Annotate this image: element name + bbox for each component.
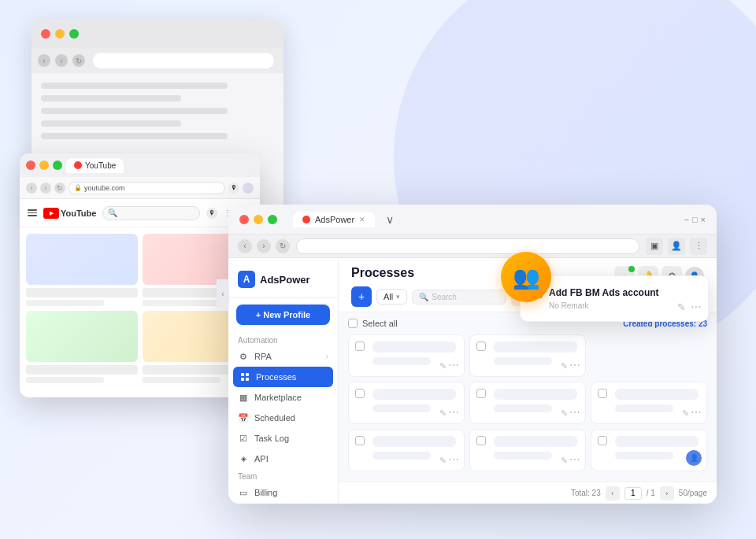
card-7-checkbox[interactable] <box>355 436 365 445</box>
card-4-checkbox[interactable] <box>355 389 365 398</box>
toolbar-address-bar[interactable] <box>296 238 639 254</box>
prev-page-btn[interactable]: ‹ <box>606 486 620 500</box>
yt-user-btn[interactable] <box>243 183 254 194</box>
yt-tab-active[interactable]: YouTube <box>66 158 124 173</box>
card-9-checkbox[interactable] <box>598 436 607 445</box>
card-2-edit-btn[interactable]: ✎ <box>561 361 568 371</box>
sidebar-item-marketplace[interactable]: ▦ Marketplace <box>228 387 338 408</box>
traffic-light-green[interactable] <box>69 29 79 39</box>
nav-forward-btn[interactable]: › <box>55 54 68 67</box>
add-process-btn[interactable]: + <box>351 286 372 307</box>
yt-video-1[interactable] <box>26 234 138 306</box>
filter-label: All <box>384 292 393 301</box>
sidebar-item-rpa[interactable]: ⚙ RPA › <box>228 346 338 367</box>
card-7-title-loading <box>372 436 456 447</box>
process-card-2[interactable]: ✎ ⋯ <box>469 334 586 377</box>
ads-tab-label: AdsPower <box>315 215 354 224</box>
card-7-more-btn[interactable]: ⋯ <box>448 453 459 466</box>
popup-edit-btn[interactable]: ✎ <box>677 312 686 313</box>
card-2-checkbox[interactable] <box>476 341 486 351</box>
win-maximize[interactable]: □ <box>692 215 698 224</box>
card-6-edit-btn[interactable]: ✎ <box>682 408 689 419</box>
team-badge[interactable]: 👥 <box>501 252 551 302</box>
yt-video-3[interactable] <box>26 311 138 383</box>
marketplace-label: Marketplace <box>254 393 302 402</box>
toolbar-user-btn[interactable]: 👤 <box>668 238 685 255</box>
card-4-more-btn[interactable]: ⋯ <box>448 406 459 419</box>
card-2-more-btn[interactable]: ⋯ <box>569 359 580 371</box>
yt-tl-green[interactable] <box>53 161 62 170</box>
toolbar-refresh-btn[interactable]: ↻ <box>276 239 290 253</box>
ads-tl-red[interactable] <box>239 215 249 224</box>
sidebar-item-settings[interactable]: ⚙ Settings › <box>228 503 338 504</box>
ads-tl-yellow[interactable] <box>254 215 263 224</box>
nav-refresh-btn[interactable]: ↻ <box>72 54 85 67</box>
traffic-light-red[interactable] <box>41 29 50 39</box>
card-8-checkbox[interactable] <box>476 436 486 445</box>
win-close[interactable]: × <box>701 215 706 224</box>
yt-nav-back[interactable]: ‹ <box>26 183 37 194</box>
toolbar-extensions-btn[interactable]: ▣ <box>646 238 663 255</box>
card-1-sub-loading <box>372 357 431 365</box>
card-4-edit-btn[interactable]: ✎ <box>439 408 447 419</box>
new-profile-button[interactable]: + New Profile <box>236 305 330 325</box>
yt-nav-refresh[interactable]: ↻ <box>54 183 65 194</box>
card-6-more-btn[interactable]: ⋯ <box>691 406 702 419</box>
nav-back-btn[interactable]: ‹ <box>38 54 50 67</box>
toolbar-more-btn[interactable]: ⋮ <box>690 238 707 255</box>
process-card-6[interactable]: ✎ ⋯ <box>591 382 707 424</box>
new-tab-btn[interactable]: ∨ <box>386 213 394 226</box>
card-6-checkbox[interactable] <box>598 389 607 398</box>
process-card-9[interactable]: 👤 <box>591 429 707 471</box>
sidebar-item-billing[interactable]: ▭ Billing <box>228 482 338 503</box>
popup-more-btn[interactable]: ⋯ <box>691 312 702 313</box>
process-card-5[interactable]: ✎ ⋯ <box>469 382 586 424</box>
card-5-more-btn[interactable]: ⋯ <box>569 406 580 419</box>
hamburger-menu[interactable] <box>28 209 37 216</box>
rpa-label: RPA <box>254 352 272 361</box>
adspower-tab[interactable]: AdsPower ✕ <box>293 212 375 227</box>
card-6-sub-loading <box>615 404 673 412</box>
process-card-4[interactable]: ✎ ⋯ <box>348 382 465 424</box>
sidebar-collapse-btn[interactable]: ‹ <box>217 279 229 308</box>
address-bar[interactable] <box>93 53 274 68</box>
yt-mic-btn[interactable]: 🎙 <box>228 183 239 194</box>
select-all-checkbox[interactable] <box>348 319 358 328</box>
card-8-more-btn[interactable]: ⋯ <box>569 453 580 466</box>
process-card-1[interactable]: ✎ ⋯ <box>348 334 465 377</box>
adspower-titlebar: AdsPower ✕ ∨ − □ × <box>228 205 717 234</box>
marketplace-icon: ▦ <box>238 392 249 403</box>
sidebar-item-processes[interactable]: Processes <box>233 367 333 387</box>
next-page-btn[interactable]: › <box>660 486 674 500</box>
card-7-edit-btn[interactable]: ✎ <box>439 456 447 466</box>
card-1-more-btn[interactable]: ⋯ <box>448 359 459 371</box>
win-minimize[interactable]: − <box>684 215 688 224</box>
sidebar-item-api[interactable]: ◈ API <box>228 449 338 469</box>
filter-dropdown[interactable]: All ▾ <box>376 289 407 305</box>
sidebar-item-scheduled[interactable]: 📅 Scheduled <box>228 408 338 428</box>
yt-info-sm-4 <box>143 377 220 383</box>
yt-address-bar[interactable]: 🔒 youtube.com <box>69 182 225 194</box>
card-1-checkbox[interactable] <box>355 341 365 351</box>
ads-tab-close[interactable]: ✕ <box>359 216 365 223</box>
page-number-input[interactable] <box>624 487 642 500</box>
yt-tl-red[interactable] <box>26 161 35 170</box>
search-input-box[interactable]: 🔍 Search <box>412 290 506 305</box>
card-5-checkbox[interactable] <box>476 389 486 398</box>
process-card-8[interactable]: ✎ ⋯ <box>469 429 586 471</box>
yt-nav-forward[interactable]: › <box>40 183 51 194</box>
card-4-sub-loading <box>372 404 431 412</box>
card-8-title-loading <box>494 436 577 447</box>
yt-header-mic[interactable]: 🎙 <box>206 208 217 219</box>
ads-tl-green[interactable] <box>268 215 277 224</box>
sidebar-item-tasklog[interactable]: ☑ Task Log <box>228 428 338 449</box>
card-5-edit-btn[interactable]: ✎ <box>561 408 568 419</box>
card-1-edit-btn[interactable]: ✎ <box>439 361 447 371</box>
card-8-edit-btn[interactable]: ✎ <box>561 456 568 466</box>
toolbar-back-btn[interactable]: ‹ <box>238 239 252 253</box>
yt-tl-yellow[interactable] <box>39 161 49 170</box>
toolbar-forward-btn[interactable]: › <box>257 239 271 253</box>
yt-search-bar[interactable]: 🔍 <box>102 206 200 220</box>
traffic-light-yellow[interactable] <box>55 29 65 39</box>
process-card-7[interactable]: ✎ ⋯ <box>348 429 465 471</box>
